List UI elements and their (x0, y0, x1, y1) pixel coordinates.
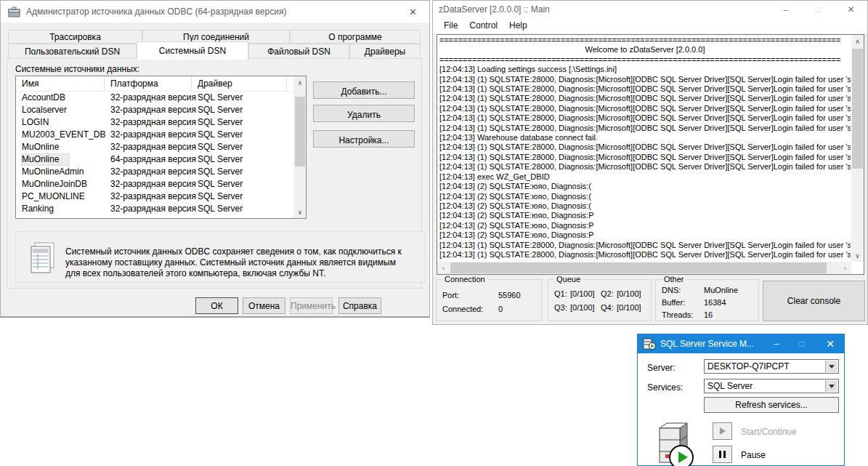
console-line: [12:04:13] (1) SQLSTATE:28000, Diagnosis… (439, 75, 851, 84)
tab-Системный DSN[interactable]: Системный DSN (137, 41, 248, 60)
queue-item: Q1:[0/100] (554, 289, 601, 298)
console-line: [12:04:13] (2) SQLSTATE:юяо, Diagnosis:( (439, 201, 851, 211)
console-line: [12:04:13] (2) SQLSTATE:юяо, Diagnosis:P (439, 211, 851, 220)
dsn-row-MuOnlineAdmin[interactable]: MuOnlineAdmin32-разрядная версияSQL Serv… (16, 166, 293, 179)
close-icon[interactable]: ✕ (818, 334, 843, 353)
zds-titlebar[interactable]: zDataServer [2.0.0.0] :: Main – □ ✕ (433, 1, 867, 17)
queue-item: Q3:[0/100] (554, 303, 601, 312)
cancel-button[interactable]: Отмена (243, 297, 285, 314)
scrollbar-thumb[interactable] (852, 49, 863, 169)
dsn-row-MuOnline[interactable]: MuOnline64-разрядная версияSQL Server (16, 154, 293, 166)
buffer-label: Buffer: (662, 298, 685, 307)
menu-file[interactable]: File (438, 20, 463, 31)
running-status-icon (669, 445, 694, 466)
scrollbar-thumb[interactable] (295, 97, 305, 166)
remove-button[interactable]: Удалить (313, 105, 415, 122)
console-line: [12:04:13] Loading settings success [.\S… (439, 65, 851, 74)
console-line: [12:04:13] (1) SQLSTATE:28000, Diagnosis… (439, 104, 851, 113)
threads-value: 16 (704, 310, 713, 319)
console-line: [12:04:13] exec WZ_Get_DBID (439, 172, 851, 182)
refresh-services-button[interactable]: Refresh services... (704, 397, 839, 413)
menu-help[interactable]: Help (503, 20, 533, 31)
console-line: [12:04:13] (2) SQLSTATE:юяо, Diagnosis:P (439, 221, 851, 230)
column-header-Платформа[interactable]: Платформа (105, 76, 192, 91)
port-value: 55960 (498, 291, 521, 300)
console-line: ========================================… (439, 55, 851, 65)
console-line: [12:04:13] (1) SQLSTATE:28000, Diagnosis… (439, 94, 851, 103)
buffer-value: 16384 (704, 298, 726, 307)
menu-control[interactable]: Control (463, 20, 503, 31)
list-scrollbar[interactable]: ∧ ∨ (293, 76, 306, 218)
close-icon[interactable]: ✕ (397, 1, 429, 23)
queue-value: [0/100] (617, 289, 641, 298)
queue-value: [0/100] (570, 303, 595, 312)
odbc-footer: ОКОтменаПрименитьСправка (1, 297, 431, 314)
console-vscrollbar[interactable]: ∧ ∨ (851, 35, 864, 262)
tab-О программе[interactable]: О программе (290, 30, 421, 44)
scroll-up-icon[interactable]: ∧ (851, 35, 864, 47)
console-line: [12:04:13] (1) SQLSTATE:28000, Diagnosis… (439, 84, 851, 94)
console-line: ========================================… (439, 36, 851, 45)
tab-Файловый DSN[interactable]: Файловый DSN (248, 44, 349, 59)
scroll-left-icon[interactable]: ‹ (437, 262, 450, 274)
dropdown-arrow-icon[interactable] (825, 380, 837, 392)
window-title: Администратор источника данных ODBC (64-… (26, 7, 286, 17)
dsn-row-MuOnlineJoinDB[interactable]: MuOnlineJoinDB32-разрядная версияSQL Ser… (16, 179, 293, 191)
minimize-icon[interactable]: – (764, 334, 789, 353)
console-line: [12:04:13] (1) SQLSTATE:28000, Diagnosis… (439, 153, 851, 162)
maximize-icon[interactable]: □ (802, 1, 835, 17)
scroll-down-icon[interactable]: ∨ (294, 206, 306, 218)
sql-service-manager-window: SQL Server Service M... – □ ✕ Server: DE… (637, 334, 845, 466)
ok-button[interactable]: ОК (195, 297, 238, 314)
dsn-row-PC_MUONLINE[interactable]: PC_MUONLINE32-разрядная версияSQL Server (16, 191, 293, 204)
info-text: Системный источник данных ODBC сохраняет… (65, 246, 413, 279)
pause-icon (719, 451, 726, 458)
tab-Драйверы[interactable]: Драйверы (349, 44, 421, 59)
dsn-row-Localserver[interactable]: Localserver32-разрядная версияSQL Server (16, 105, 293, 117)
window-title: zDataServer [2.0.0.0] :: Main (439, 4, 550, 15)
scroll-up-icon[interactable]: ∧ (294, 76, 306, 89)
console-hscrollbar[interactable]: ‹ › (437, 262, 851, 274)
minimize-icon[interactable]: – (769, 1, 802, 17)
dropdown-arrow-icon[interactable] (825, 361, 837, 372)
console-line: Welcome to zDataServer [2.0.0.0] (439, 45, 851, 55)
column-header-Драйвер[interactable]: Драйвер (192, 76, 287, 91)
console-line: [12:04:13] (2) SQLSTATE:юяо, Diagnosis:P (439, 230, 851, 240)
dns-label: DNS: (662, 286, 681, 294)
services-combobox[interactable]: SQL Server (704, 379, 839, 393)
tab-Трассировка[interactable]: Трассировка (8, 30, 142, 44)
console-line: [12:04:13] (1) SQLSTATE:28000, Diagnosis… (439, 250, 851, 260)
configure-button[interactable]: Настройка... (313, 130, 415, 148)
queue-value: [0/100] (617, 303, 641, 312)
dsn-row-AccountDB[interactable]: AccountDB32-разрядная версияSQL Server (16, 92, 293, 105)
sql-titlebar[interactable]: SQL Server Service M... – □ ✕ (638, 334, 844, 353)
tab-Пользовательский DSN[interactable]: Пользовательский DSN (8, 44, 137, 59)
server-combobox[interactable]: DESKTOP-Q7IPCPT (704, 359, 839, 374)
maximize-icon[interactable]: □ (789, 334, 814, 353)
dsn-row-MuOnline[interactable]: MuOnline32-разрядная версияSQL Server (16, 142, 293, 154)
close-icon[interactable]: ✕ (835, 1, 867, 17)
server-console[interactable]: ========================================… (437, 34, 864, 275)
dsn-row-Ranking[interactable]: Ranking32-разрядная версияSQL Server (16, 204, 293, 216)
dsn-row-MU2003_EVENT_DB[interactable]: MU2003_EVENT_DB32-разрядная версияSQL Se… (16, 129, 293, 142)
queue-item: Q4:[0/100] (601, 303, 647, 312)
connection-group: Connection Port: 55960 Connected: 0 (436, 279, 542, 321)
queue-label: Q2: (601, 289, 617, 298)
start-continue-button (713, 422, 732, 440)
console-line: [12:04:13] (1) SQLSTATE:28000, Diagnosis… (439, 142, 851, 152)
odbc-titlebar[interactable]: Администратор источника данных ODBC (64-… (1, 1, 429, 23)
window-title: SQL Server Service M... (660, 339, 754, 349)
group-label: Other (661, 275, 687, 284)
add-button[interactable]: Добавить... (313, 81, 415, 99)
clear-console-button[interactable]: Clear console (763, 281, 865, 321)
group-label: Connection (442, 275, 488, 284)
scroll-right-icon[interactable]: › (839, 262, 851, 274)
odbc-admin-window: Администратор источника данных ODBC (64-… (0, 0, 430, 318)
column-header-Имя[interactable]: Имя (16, 76, 105, 91)
dsn-row-LOGIN[interactable]: LOGIN32-разрядная версияSQL Server (16, 117, 293, 129)
pause-button[interactable] (713, 446, 732, 463)
scrollbar-thumb[interactable] (450, 262, 827, 273)
scroll-down-icon[interactable]: ∨ (851, 249, 864, 262)
group-label: Queue (553, 275, 583, 284)
help-button[interactable]: Справка (338, 297, 381, 314)
